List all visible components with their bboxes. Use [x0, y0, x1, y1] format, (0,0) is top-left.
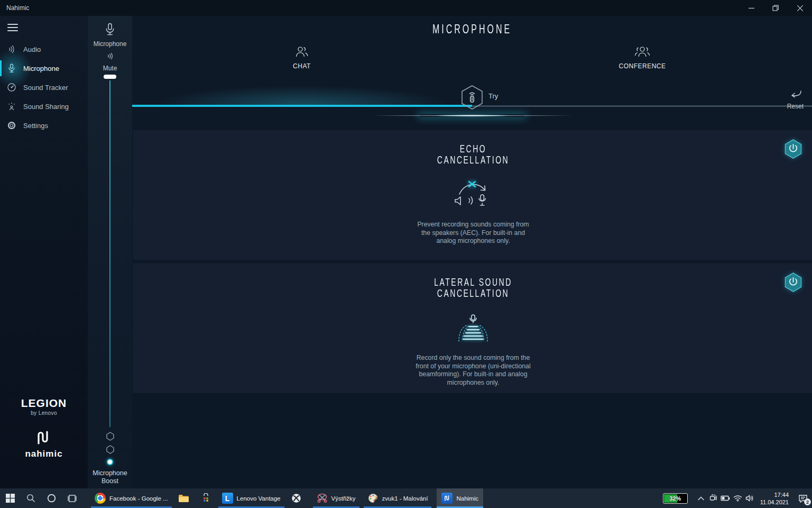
microsoft-store-button[interactable]: [195, 488, 217, 508]
sound-sharing-icon: [0, 101, 23, 112]
sidebar-item-audio[interactable]: Audio: [0, 40, 88, 59]
cortana-button[interactable]: [41, 488, 62, 508]
echo-cancellation-icon: [133, 178, 812, 214]
lateral-sound-cancellation-panel: LATERAL SOUND CANCELLATION: [133, 262, 812, 394]
try-button[interactable]: [460, 85, 484, 110]
taskbar-app-chrome[interactable]: Facebook - Google ...: [90, 488, 173, 508]
clock-date: 11.04.2021: [760, 498, 789, 506]
search-button[interactable]: [21, 488, 41, 508]
microphone-volume-slider[interactable]: [88, 73, 132, 433]
reset-button[interactable]: Reset: [787, 90, 804, 110]
window-title: Nahimic: [6, 4, 29, 12]
battery-icon: [721, 495, 730, 501]
echo-cancellation-description: Prevent recording sounds coming from the…: [415, 221, 531, 246]
xbox-button[interactable]: [285, 488, 308, 508]
empty-area: [132, 394, 812, 488]
taskbar-app-lenovo-vantage[interactable]: L Lenovo Vantage: [217, 488, 285, 508]
try-label: Try: [488, 92, 498, 100]
lateral-sound-description: Record only the sound coming from the fr…: [415, 354, 531, 387]
mute-waves-icon[interactable]: [88, 51, 132, 64]
microphone-volume-strip: Microphone Mute Microphone Boost: [88, 16, 132, 488]
audio-waves-icon: [0, 44, 23, 55]
tray-overflow-chevron[interactable]: [695, 488, 707, 508]
echo-cancellation-panel: ECHO CANCELLATION: [133, 129, 812, 260]
start-button[interactable]: [0, 488, 21, 508]
action-center-button[interactable]: 2: [794, 488, 812, 508]
legion-logo: LEGION: [0, 397, 88, 410]
task-view-button[interactable]: [62, 488, 82, 508]
lenovo-vantage-icon: L: [222, 493, 233, 504]
microphone-boost-label: Microphone Boost: [88, 469, 132, 485]
tray-battery-button[interactable]: [719, 488, 732, 508]
snipping-tool-icon: [317, 493, 328, 504]
lateral-sound-power-toggle[interactable]: [785, 273, 802, 292]
sidebar-item-microphone[interactable]: Microphone: [0, 59, 88, 78]
close-icon: [797, 5, 803, 11]
tab-label: CONFERENCE: [563, 62, 722, 70]
boost-level-2-hexagon[interactable]: [88, 445, 132, 456]
chrome-icon: [95, 493, 106, 504]
microphone-icon: [0, 63, 23, 74]
main-panel: MICROPHONE CHAT CONF: [132, 16, 812, 488]
minimize-button[interactable]: [739, 0, 763, 16]
sidebar-item-label: Settings: [23, 122, 48, 130]
tab-label: CHAT: [223, 62, 381, 70]
page-title: MICROPHONE: [132, 24, 812, 34]
mute-label: Mute: [88, 65, 132, 72]
taskbar-app-paint[interactable]: zvuk1 - Malování: [363, 488, 433, 508]
taskbar-clock[interactable]: 17:44 11.04.2021: [760, 491, 789, 506]
tray-network-button[interactable]: [732, 488, 744, 508]
taskbar-app-nahimic[interactable]: Nahimic: [437, 488, 483, 508]
sidebar-item-label: Sound Tracker: [23, 84, 68, 92]
xbox-icon: [291, 493, 301, 503]
paint-icon: [367, 493, 379, 504]
nahimic-logo-icon: [0, 430, 88, 448]
volume-slider-thumb[interactable]: [104, 75, 116, 79]
chat-two-people-icon: [294, 45, 310, 59]
notification-count-badge: 2: [804, 498, 811, 505]
gauge-icon: [0, 82, 23, 93]
battery-meter-percent: 32%: [663, 494, 687, 503]
task-view-icon: [68, 494, 77, 503]
titlebar: Nahimic: [0, 0, 812, 16]
conference-three-people-icon: [634, 45, 651, 59]
tab-chat[interactable]: CHAT: [223, 45, 381, 70]
lateral-sound-cancellation-title: LATERAL SOUND CANCELLATION: [133, 277, 812, 299]
speaker-icon: [745, 495, 754, 502]
try-row: Try Reset: [132, 78, 812, 129]
hamburger-menu-button[interactable]: [7, 23, 19, 32]
lateral-beamforming-icon: [133, 314, 812, 347]
restore-button[interactable]: [763, 0, 788, 16]
chevron-up-icon: [698, 496, 704, 501]
volume-slider-track[interactable]: [109, 80, 110, 427]
sidebar-item-sound-sharing[interactable]: Sound Sharing: [0, 97, 88, 116]
nahimic-icon: [441, 493, 453, 504]
boost-level-3-hexagon[interactable]: [88, 432, 132, 443]
sidebar-item-settings[interactable]: Settings: [0, 116, 88, 135]
microphone-device-icon: [88, 22, 132, 39]
boost-level-1-selected-dot[interactable]: [107, 459, 113, 465]
close-button[interactable]: [788, 0, 812, 16]
clock-time: 17:44: [760, 491, 789, 498]
microphone-device-label: Microphone: [88, 40, 132, 48]
taskbar-app-snipping-tool[interactable]: Výstřižky: [312, 488, 361, 508]
meet-now-button[interactable]: [707, 488, 719, 508]
tab-conference[interactable]: CONFERENCE: [563, 45, 722, 70]
minimize-icon: [749, 5, 754, 11]
tray-volume-button[interactable]: [744, 488, 756, 508]
wifi-icon: [733, 495, 742, 502]
system-tray: 32%: [663, 488, 812, 508]
reset-arrow-icon: [788, 90, 802, 99]
sidebar-item-label: Sound Sharing: [23, 103, 69, 111]
battery-meter-widget[interactable]: 32%: [663, 493, 688, 504]
file-explorer-button[interactable]: [173, 488, 195, 508]
meet-now-camera-icon: [709, 494, 718, 502]
restore-icon: [772, 5, 779, 11]
echo-cancellation-power-toggle[interactable]: [785, 139, 802, 159]
branding-block: LEGION by Lenovo nahimic: [0, 397, 88, 459]
microphone-boost-control: Microphone Boost: [88, 430, 132, 485]
windows-logo-icon: [6, 494, 15, 503]
sidebar-item-sound-tracker[interactable]: Sound Tracker: [0, 78, 88, 97]
gear-icon: [0, 120, 23, 131]
sidebar: Audio Microphone Sound Tracker: [0, 16, 88, 488]
